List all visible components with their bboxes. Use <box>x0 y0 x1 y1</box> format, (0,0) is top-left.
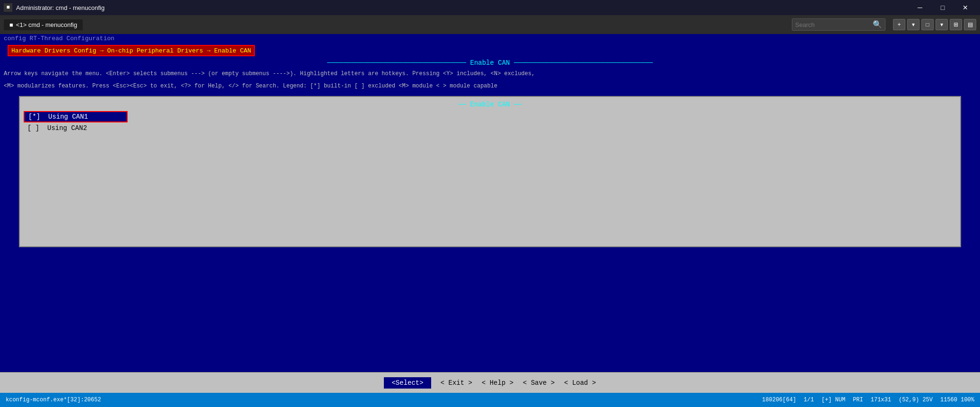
can1-label: Using CAN1 <box>48 113 88 121</box>
menuconfig-area: config RT-Thread Configuration Hardware … <box>0 34 980 393</box>
tab-icon: ■ <box>9 21 13 28</box>
breadcrumb-highlight: Hardware Drivers Config → On-chip Periph… <box>8 45 255 56</box>
dialog-title: ── Enable CAN ── <box>24 101 956 108</box>
status-bar: kconfig-mconf.exe*[32]:20652 180206[64] … <box>0 393 980 407</box>
dropdown-button[interactable]: ▾ <box>907 19 919 30</box>
can2-label: Using CAN2 <box>47 124 87 132</box>
status-size: 171x31 <box>871 397 891 403</box>
window-icon: ■ <box>4 3 12 12</box>
layout-button[interactable]: □ <box>921 19 934 30</box>
status-pri: PRI <box>853 397 863 403</box>
maximize-button[interactable]: □ <box>932 0 954 15</box>
status-right: 180206[64] 1/1 [+] NUM PRI 171x31 (52,9)… <box>762 397 974 403</box>
can2-bracket: [ ] <box>27 124 47 132</box>
search-box[interactable]: 🔍 <box>792 18 885 31</box>
save-button[interactable]: < Save > <box>523 379 555 387</box>
cmd-content: config RT-Thread Configuration Hardware … <box>0 34 980 393</box>
app-window: ■ Administrator: cmd - menuconfig ─ □ ✕ … <box>0 0 980 407</box>
breadcrumb-text: Hardware Drivers Config → On-chip Periph… <box>11 47 251 54</box>
load-button[interactable]: < Load > <box>564 379 596 387</box>
search-input[interactable] <box>795 21 871 28</box>
window-title: Administrator: cmd - menuconfig <box>16 4 905 11</box>
window-controls: ─ □ ✕ <box>909 0 976 15</box>
grid-button[interactable]: ⊞ <box>950 19 962 30</box>
faded-header: config RT-Thread Configuration <box>0 34 980 43</box>
spacer <box>0 251 980 372</box>
enable-can-title: ─────────────────────────────────── Enab… <box>0 58 980 68</box>
status-zoom: 11560 100% <box>940 397 974 403</box>
add-button[interactable]: + <box>893 19 905 30</box>
can1-bracket: [*] <box>28 113 48 121</box>
status-mode: [+] NUM <box>822 397 845 403</box>
exit-button[interactable]: < Exit > <box>441 379 472 387</box>
status-pos: 180206[64] <box>762 397 796 403</box>
dialog-box: ── Enable CAN ── [*] Using CAN1 [ ] Usin… <box>19 96 961 247</box>
breadcrumb-container: Hardware Drivers Config → On-chip Periph… <box>0 43 980 58</box>
info-text-2: <M> modularizes features. Press <Esc><Es… <box>0 80 980 92</box>
close-button[interactable]: ✕ <box>954 0 976 15</box>
info-text-1: Arrow keys navigate the menu. <Enter> se… <box>0 68 980 80</box>
layout2-button[interactable]: ▾ <box>936 19 948 30</box>
bottom-bar: <Select> < Exit > < Help > < Save > < Lo… <box>0 372 980 393</box>
menu-button[interactable]: ▤ <box>964 19 976 30</box>
cmd-toolbar: ■ <1> cmd - menuconfig 🔍 + ▾ □ ▾ ⊞ ▤ <box>0 15 980 34</box>
menu-item-can2[interactable]: [ ] Using CAN2 <box>24 123 128 133</box>
cmd-tab[interactable]: ■ <1> cmd - menuconfig <box>4 19 83 30</box>
status-process: kconfig-mconf.exe*[32]:20652 <box>6 397 101 403</box>
tab-label: <1> cmd - menuconfig <box>16 21 77 28</box>
minimize-button[interactable]: ─ <box>909 0 931 15</box>
select-button[interactable]: <Select> <box>384 377 431 389</box>
toolbar-buttons: + ▾ □ ▾ ⊞ ▤ <box>893 19 976 30</box>
menu-item-can1[interactable]: [*] Using CAN1 <box>24 111 128 122</box>
search-icon: 🔍 <box>873 20 882 29</box>
help-button[interactable]: < Help > <box>482 379 513 387</box>
status-coords: (52,9) 25V <box>899 397 933 403</box>
title-bar: ■ Administrator: cmd - menuconfig ─ □ ✕ <box>0 0 980 15</box>
status-page: 1/1 <box>804 397 814 403</box>
